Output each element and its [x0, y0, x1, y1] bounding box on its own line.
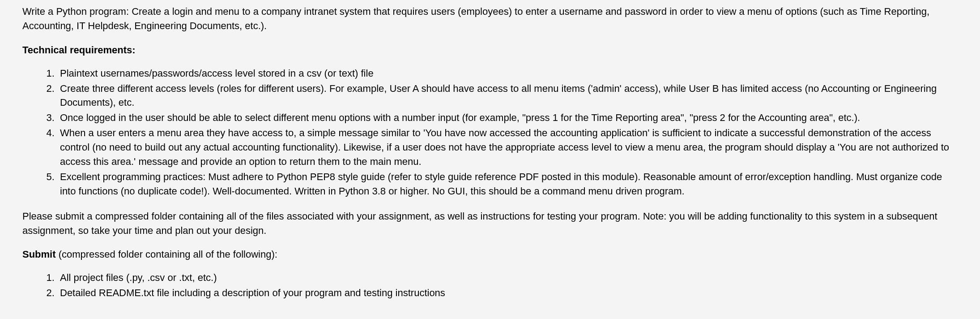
assignment-intro: Write a Python program: Create a login a… — [22, 4, 958, 33]
list-item: All project files (.py, .csv or .txt, et… — [57, 271, 958, 285]
list-item: Detailed README.txt file including a des… — [57, 286, 958, 300]
submit-heading: Submit (compressed folder containing all… — [22, 247, 958, 262]
list-item: Once logged in the user should be able t… — [57, 111, 958, 125]
list-item: Plaintext usernames/passwords/access lev… — [57, 66, 958, 81]
submit-heading-bold: Submit — [22, 249, 56, 260]
submission-note: Please submit a compressed folder contai… — [22, 209, 958, 238]
submit-list: All project files (.py, .csv or .txt, et… — [22, 271, 958, 300]
list-item: Excellent programming practices: Must ad… — [57, 170, 958, 198]
list-item: When a user enters a menu area they have… — [57, 126, 958, 169]
submit-heading-rest: (compressed folder containing all of the… — [56, 249, 277, 260]
list-item: Create three different access levels (ro… — [57, 82, 958, 110]
technical-requirements-list: Plaintext usernames/passwords/access lev… — [22, 66, 958, 198]
technical-requirements-heading: Technical requirements: — [22, 43, 958, 57]
